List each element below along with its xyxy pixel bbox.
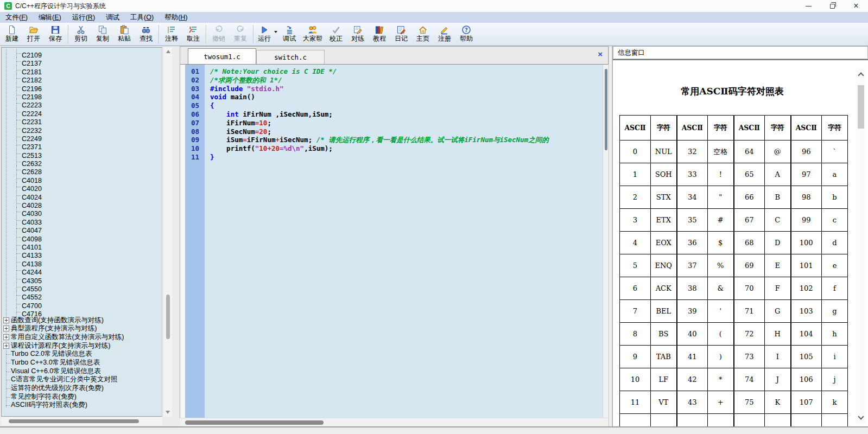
toolbar-button-tutorial[interactable]: 教程: [369, 23, 390, 46]
scroll-up-icon[interactable]: [858, 72, 864, 78]
sidebar-horizontal-scrollbar[interactable]: [1, 417, 162, 425]
scroll-up-icon[interactable]: [166, 50, 170, 53]
sidebar-item-c2249[interactable]: C2249: [2, 132, 162, 141]
sidebar-item-c4101[interactable]: C4101: [2, 241, 162, 249]
sidebar-item-c2371[interactable]: C2371: [2, 141, 162, 149]
info-panel-scrollbar[interactable]: [856, 69, 866, 423]
sidebar-item-c2198[interactable]: C2198: [2, 91, 162, 99]
sidebar-vertical-scrollbar[interactable]: [164, 47, 172, 417]
sidebar-item-c4047[interactable]: C4047: [2, 224, 162, 232]
panel-splitter[interactable]: [609, 46, 612, 426]
code-text[interactable]: {: [205, 101, 214, 110]
close-button[interactable]: ×: [844, 0, 868, 12]
code-text[interactable]: iSum=iFirNum+iSecNum; /* 请先运行程序，看一看是什么结果…: [205, 136, 549, 144]
toolbar-button-comment[interactable]: 注释: [161, 23, 182, 46]
sidebar-item-c4133[interactable]: C4133: [2, 249, 162, 257]
menu-item-help[interactable]: 帮助(H): [159, 12, 193, 23]
code-text[interactable]: #include "stdio.h": [205, 85, 283, 93]
sidebar-branch-9[interactable]: 运算符的优先级别次序表(免费): [2, 384, 162, 393]
toolbar-button-new[interactable]: 新建: [1, 23, 23, 46]
editor-vertical-scrollbar[interactable]: [603, 65, 609, 418]
sidebar-item-c2224[interactable]: C2224: [2, 107, 162, 116]
sidebar-item-c4033[interactable]: C4033: [2, 216, 162, 224]
sidebar-item-c4552[interactable]: C4552: [2, 291, 162, 299]
sidebar-branch-2[interactable]: 典型源程序(支持演示与对练): [2, 324, 162, 333]
menu-item-debug[interactable]: 调试: [100, 12, 125, 23]
minimize-button[interactable]: [796, 0, 820, 12]
sidebar-item-c2513[interactable]: C2513: [2, 149, 162, 157]
expand-plus-icon[interactable]: [3, 317, 9, 323]
sidebar-branch-7[interactable]: Visual C++6.0常见错误信息表: [2, 367, 162, 376]
sidebar-item-c2196[interactable]: C2196: [2, 82, 162, 91]
toolbar-button-paste[interactable]: 粘贴: [113, 23, 135, 46]
code-text[interactable]: int iFirNum ,iSecNum,iSum;: [205, 110, 333, 119]
toolbar-button-correct[interactable]: 校正: [325, 23, 347, 46]
sidebar-item-c2109[interactable]: C2109: [2, 49, 162, 57]
menu-item-tools[interactable]: 工具(O): [125, 12, 159, 23]
toolbar-button-home[interactable]: 主页: [412, 23, 434, 46]
sidebar-item-c4030[interactable]: C4030: [2, 207, 162, 215]
sidebar-item-c2232[interactable]: C2232: [2, 124, 162, 132]
toolbar-button-cut[interactable]: 剪切: [70, 23, 92, 46]
toolbar-button-find[interactable]: 查找: [135, 23, 157, 46]
sidebar-item-c4138[interactable]: C4138: [2, 258, 162, 266]
sidebar-item-c4700[interactable]: C4700: [2, 299, 162, 308]
menu-item-file[interactable]: 文件(F): [0, 12, 33, 23]
menu-item-run[interactable]: 运行(R): [67, 12, 100, 23]
sidebar-item-c2231[interactable]: C2231: [2, 116, 162, 124]
sidebar-item-c4550[interactable]: C4550: [2, 283, 162, 291]
code-area[interactable]: 01/* Note:Your choice is C IDE */02/*求两个…: [180, 65, 609, 418]
toolbar-button-open[interactable]: 打开: [23, 23, 45, 46]
sidebar-item-c2223[interactable]: C2223: [2, 99, 162, 107]
toolbar-button-practice[interactable]: 对练: [347, 23, 369, 46]
toolbar-button-debug[interactable]: 调试: [278, 23, 300, 46]
sidebar-item-c2628[interactable]: C2628: [2, 165, 162, 174]
toolbar-button-everyone-help[interactable]: 大家帮: [300, 23, 325, 46]
code-text[interactable]: iFirNum=10;: [205, 119, 271, 127]
code-text[interactable]: /* Note:Your choice is C IDE */: [205, 67, 337, 76]
menu-item-edit[interactable]: 编辑(E): [33, 12, 67, 23]
sidebar-item-c2181[interactable]: C2181: [2, 66, 162, 74]
sidebar-branch-4[interactable]: 课程设计源程序(支持演示与对练): [2, 342, 162, 350]
scroll-down-icon[interactable]: [858, 413, 864, 419]
toolbar-button-save[interactable]: 保存: [45, 23, 66, 46]
scrollbar-thumb[interactable]: [605, 69, 607, 150]
sidebar-branch-10[interactable]: 常见控制字符表(免费): [2, 393, 162, 401]
expand-plus-icon[interactable]: [3, 326, 9, 331]
toolbar-button-run[interactable]: 运行: [255, 23, 278, 46]
sidebar-item-c4098[interactable]: C4098: [2, 233, 162, 241]
code-text[interactable]: /*求两个整数的和 1*/: [205, 76, 282, 85]
toolbar-button-register[interactable]: 注册: [434, 23, 455, 46]
sidebar-item-c4244[interactable]: C4244: [2, 266, 162, 274]
code-text[interactable]: }: [205, 153, 214, 162]
sidebar-branch-3[interactable]: 常用自定义函数算法(支持演示与对练): [2, 333, 162, 342]
sidebar-branch-6[interactable]: Turbo C++3.0常见错误信息表: [2, 359, 162, 367]
toolbar-button-help[interactable]: ?帮助: [455, 23, 477, 46]
tab-close-icon[interactable]: ×: [598, 50, 603, 59]
sidebar-item-c4024[interactable]: C4024: [2, 191, 162, 199]
expand-plus-icon[interactable]: [3, 343, 9, 349]
scrollbar-thumb[interactable]: [9, 419, 139, 423]
toolbar-button-diary[interactable]: 日记: [390, 23, 412, 46]
scrollbar-thumb[interactable]: [858, 85, 864, 129]
code-text[interactable]: void main(): [205, 93, 255, 101]
sidebar-item-c4028[interactable]: C4028: [2, 199, 162, 207]
code-text[interactable]: iSecNum=20;: [205, 127, 271, 136]
sidebar-item-c4305[interactable]: C4305: [2, 275, 162, 283]
tab-switch-c[interactable]: switch.c: [256, 50, 325, 64]
sidebar-branch-8[interactable]: C语言常见专业词汇分类中英文对照: [2, 375, 162, 384]
sidebar-item-c4020[interactable]: C4020: [2, 182, 162, 190]
expand-plus-icon[interactable]: [3, 334, 9, 340]
sidebar-item-c2182[interactable]: C2182: [2, 74, 162, 82]
sidebar-branch-11[interactable]: ASCII码字符对照表(免费): [2, 401, 162, 410]
tab-twosum1-c[interactable]: twosum1.c: [188, 48, 256, 64]
scroll-down-icon[interactable]: [166, 411, 170, 414]
sidebar-item-c4018[interactable]: C4018: [2, 174, 162, 182]
sidebar-branch-1[interactable]: 函数查询(支持函数演示与对练): [2, 316, 162, 325]
restore-button[interactable]: [820, 0, 844, 12]
editor-horizontal-scrollbar[interactable]: [180, 418, 609, 426]
sidebar-item-c4716[interactable]: C4716: [2, 308, 162, 316]
sidebar-branch-5[interactable]: Turbo C2.0常见错误信息表: [2, 350, 162, 359]
code-text[interactable]: printf("10+20=%d\n",iSum);: [205, 144, 333, 153]
scrollbar-thumb[interactable]: [166, 295, 170, 339]
